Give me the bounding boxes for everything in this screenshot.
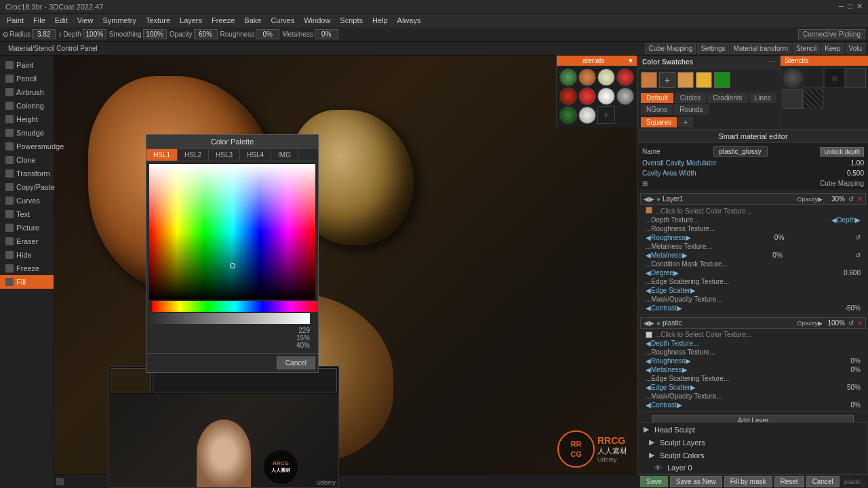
stencil-thumb-5[interactable] bbox=[783, 89, 803, 109]
tool-airbrush[interactable]: Airbrush bbox=[0, 85, 54, 99]
layer1-contrast-val[interactable]: -50% bbox=[837, 304, 861, 312]
layer-plastic-expand[interactable]: ◀▶ bbox=[644, 319, 654, 327]
layer1-opacity[interactable]: 30% bbox=[825, 195, 845, 203]
cs-tab-ngons[interactable]: NGons bbox=[641, 104, 673, 115]
radius-value[interactable]: 3.82 bbox=[32, 29, 56, 39]
head-sculpt-row[interactable]: ▶ Head Sculpt bbox=[638, 423, 867, 436]
mat-thumb-red2[interactable] bbox=[559, 87, 577, 105]
layer1-click-color[interactable]: ...Click to Select Color Texture... bbox=[655, 207, 861, 215]
layer0-row[interactable]: 👁 Layer 0 bbox=[638, 462, 867, 474]
opacity-value[interactable]: 60% bbox=[194, 29, 218, 39]
menu-scripts[interactable]: Scripts bbox=[336, 16, 367, 25]
layer1-close-icon[interactable]: ✕ bbox=[857, 195, 863, 203]
layer-plastic-edge-val[interactable]: 50% bbox=[837, 384, 861, 391]
tool-freeze[interactable]: Freeze bbox=[0, 262, 54, 275]
layer1-expand-icon[interactable]: ◀▶ bbox=[644, 195, 654, 203]
save-btn[interactable]: Save bbox=[640, 476, 668, 487]
cs-squares-tab[interactable]: Squares bbox=[641, 117, 677, 127]
menu-edit[interactable]: Edit bbox=[51, 16, 72, 25]
cp-hue-bar[interactable] bbox=[152, 301, 318, 312]
cs-plus-tab[interactable]: + bbox=[678, 117, 693, 127]
tool-curves[interactable]: Curves bbox=[0, 194, 54, 207]
mat-thumb-add[interactable]: + bbox=[597, 106, 615, 124]
swatch-1[interactable] bbox=[641, 72, 657, 88]
mat-thumb-cream[interactable] bbox=[597, 68, 615, 86]
tool-fill[interactable]: Fill bbox=[0, 275, 54, 289]
panel-options-icon[interactable]: ⋯ bbox=[768, 58, 776, 66]
menu-help[interactable]: Help bbox=[368, 16, 392, 25]
connective-label[interactable]: Connective Picking bbox=[798, 29, 865, 39]
layer-plastic-click-color[interactable]: ...Click to Select Color Texture... bbox=[655, 331, 861, 338]
menu-freeze[interactable]: Freeze bbox=[208, 16, 239, 25]
swatch-2[interactable] bbox=[677, 72, 694, 88]
cs-tab-circles[interactable]: Circles bbox=[675, 93, 707, 103]
cancel-btn[interactable]: Cancel bbox=[806, 476, 840, 487]
maximize-btn[interactable]: □ bbox=[848, 2, 852, 11]
volu-btn[interactable]: Volu bbox=[846, 43, 865, 54]
smoothing-value[interactable]: 100% bbox=[143, 29, 167, 39]
cp-color-picker[interactable] bbox=[149, 164, 315, 300]
unlock-depth-btn[interactable]: Unlock depth bbox=[820, 147, 864, 157]
swatch-4[interactable] bbox=[714, 72, 730, 88]
layer1-roughness-val[interactable]: 0% bbox=[760, 234, 784, 241]
cs-tab-rounds[interactable]: Rounds bbox=[674, 104, 708, 115]
sme-cavity-val[interactable]: 1.00 bbox=[851, 159, 864, 167]
cp-tab-hsl3[interactable]: HSL3 bbox=[209, 149, 240, 161]
stencil-thumb-4[interactable] bbox=[846, 68, 866, 88]
cp-tab-hsl4[interactable]: HSL4 bbox=[240, 149, 271, 161]
save-as-new-btn[interactable]: Save as New bbox=[670, 476, 722, 487]
layer-plastic-close[interactable]: ✕ bbox=[857, 319, 863, 327]
menu-symmetry[interactable]: Symmetry bbox=[98, 16, 140, 25]
cp-opacity-bar[interactable] bbox=[149, 313, 310, 324]
sme-cavity-area-val[interactable]: 0.500 bbox=[847, 169, 864, 177]
mat-thumb-red1[interactable] bbox=[616, 68, 634, 86]
menu-file[interactable]: File bbox=[29, 16, 50, 25]
stencil-thumb-3[interactable]: ● bbox=[825, 68, 845, 88]
mat-thumb-white2[interactable] bbox=[578, 106, 596, 124]
reset-btn[interactable]: Reset bbox=[774, 476, 804, 487]
tool-clone[interactable]: Clone bbox=[0, 153, 54, 167]
cube-mapping-btn[interactable]: Cube Mapping bbox=[645, 43, 696, 54]
materials-options-icon[interactable]: ▼ bbox=[627, 57, 634, 64]
layer1-metal-refresh[interactable]: ↺ bbox=[855, 251, 861, 259]
layer-plastic-roughness-val[interactable]: 0% bbox=[837, 357, 861, 365]
depth-value[interactable]: 100% bbox=[83, 29, 106, 39]
menu-view[interactable]: View bbox=[73, 16, 98, 25]
cs-tab-gradients[interactable]: Gradients bbox=[707, 93, 747, 103]
sculpt-colors-row[interactable]: ▶ Sculpt Colors bbox=[638, 449, 867, 462]
minimize-btn[interactable]: ─ bbox=[839, 2, 844, 11]
cp-tab-img[interactable]: IMG bbox=[271, 149, 298, 161]
close-btn[interactable]: ✕ bbox=[856, 2, 863, 11]
stencil-thumb-1[interactable] bbox=[783, 68, 803, 88]
layer-plastic-visibility[interactable]: ● bbox=[656, 319, 660, 327]
material-transform-btn[interactable]: Material transform bbox=[730, 43, 792, 54]
tool-text[interactable]: Text bbox=[0, 207, 54, 221]
mat-thumb-darkgreen[interactable] bbox=[559, 106, 577, 124]
menu-layers[interactable]: Layers bbox=[176, 16, 206, 25]
cp-tab-hsl1[interactable]: HSL1 bbox=[146, 149, 178, 161]
tool-coloring[interactable]: Coloring bbox=[0, 99, 54, 113]
layer-plastic-refresh[interactable]: ↺ bbox=[848, 319, 854, 327]
cp-cancel-btn[interactable]: Cancel bbox=[277, 357, 315, 369]
layer1-refresh-icon[interactable]: ↺ bbox=[848, 195, 854, 203]
layer1-metalness-val[interactable]: 0% bbox=[759, 251, 783, 259]
mat-thumb-grey[interactable] bbox=[616, 87, 634, 105]
mat-thumb-green[interactable] bbox=[559, 68, 577, 86]
layer-plastic-contrast-val[interactable]: 0% bbox=[837, 401, 861, 409]
sculpt-layers-row[interactable]: ▶ Sculpt Layers bbox=[638, 436, 867, 449]
cs-tab-default[interactable]: Default bbox=[641, 93, 673, 103]
settings-btn[interactable]: Settings bbox=[697, 43, 728, 54]
metalness-value[interactable]: 0% bbox=[315, 29, 338, 39]
thumb-1[interactable] bbox=[111, 368, 151, 392]
tool-paint[interactable]: Paint bbox=[0, 58, 54, 72]
menu-texture[interactable]: Texture bbox=[142, 16, 174, 25]
layer1-degree-val[interactable]: 0.600 bbox=[837, 269, 861, 277]
stencil-thumb-2[interactable] bbox=[804, 68, 824, 88]
layer0-eye-icon[interactable]: 👁 bbox=[654, 464, 662, 472]
tool-pencil[interactable]: Pencil bbox=[0, 72, 54, 85]
cs-tab-lines[interactable]: Lines bbox=[749, 93, 776, 103]
tool-powersmudge[interactable]: Powersmudge bbox=[0, 140, 54, 153]
swatch-3[interactable] bbox=[696, 72, 712, 88]
tool-picture[interactable]: Picture bbox=[0, 221, 54, 235]
menu-window[interactable]: Window bbox=[300, 16, 334, 25]
